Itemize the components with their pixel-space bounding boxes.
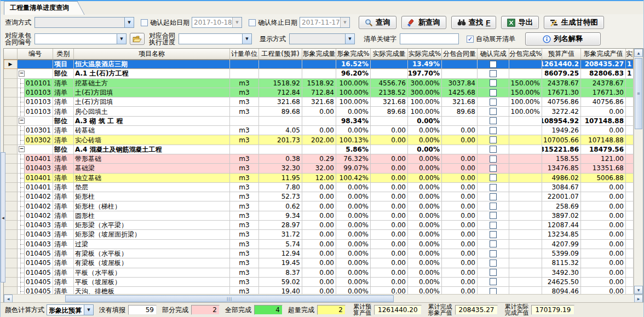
query-button[interactable]: 查询 — [359, 16, 396, 29]
new-query-button[interactable]: 新查询 — [401, 16, 446, 29]
grid-header-cell[interactable]: 形象完成产值 — [581, 49, 626, 60]
start-date-picker[interactable]: 2017-10-18 ▼ — [192, 17, 242, 28]
confirm-checkbox[interactable] — [490, 212, 497, 219]
table-row[interactable]: 010403清单过梁m35.740.000.00%0.000.00%0.0042… — [4, 240, 634, 249]
confirm-checkbox[interactable] — [490, 146, 497, 153]
grid-header-cell[interactable]: 分包完成% — [509, 49, 542, 60]
confirm-checkbox[interactable] — [490, 79, 497, 87]
table-row[interactable]: 010402清单矩形柱（梯柱）m30.620.000.00%0.000.00%0… — [4, 201, 634, 211]
table-row[interactable]: 010403清单基础梁m332.3032.0099.07%0.000.00%0.… — [4, 164, 634, 173]
table-row[interactable]: 010101清单挖基础土方m31518.921518.92100.00%4556… — [4, 79, 634, 88]
table-row[interactable]: 010103清单土(石)方回填m3321.68321.68100.00%321.… — [4, 97, 634, 107]
gantt-button[interactable]: 生成甘特图 — [544, 16, 604, 29]
export-button[interactable]: 导出 — [501, 16, 539, 29]
grid-header-cell[interactable]: 编号 — [18, 49, 53, 60]
table-row[interactable]: ▶项目恒大温泉酒店三期16.52%13.49%1261440.2208435.2… — [4, 60, 634, 69]
confirm-checkbox[interactable] — [490, 70, 497, 77]
collapse-icon[interactable]: − — [19, 118, 25, 124]
table-row[interactable]: 010103清单土(石)方回填m3712.84712.84100.00%2138… — [4, 88, 634, 97]
table-row[interactable]: −部位A.1 土(石)方工程96.20%197.70%86079.2582806… — [4, 69, 634, 78]
column-help-button[interactable]: 列名解释 — [525, 32, 601, 45]
table-row[interactable]: 010301清单砖基础m34.050.000.00%0.000.00%0.001… — [4, 126, 634, 135]
table-row[interactable]: 010401清单垫层m37.800.000.00%0.000.00%0.0030… — [4, 183, 634, 192]
chevron-down-icon[interactable]: ▼ — [242, 34, 251, 44]
chevron-down-icon[interactable]: ▼ — [345, 34, 354, 44]
grid-header-cell[interactable]: 类别 — [53, 49, 74, 60]
table-row[interactable]: 010401清单带形基础m30.380.2976.32%0.000.00%0.0… — [4, 154, 634, 164]
end-date-picker[interactable]: 2017-11-17 ▼ — [300, 17, 350, 28]
confirm-checkbox[interactable] — [490, 155, 497, 163]
confirm-checkbox[interactable] — [490, 193, 497, 200]
h-scroll-thumb[interactable]: ||| — [65, 295, 394, 302]
display-mode-select[interactable]: ▼ — [289, 33, 355, 44]
confirm-checkbox[interactable] — [490, 136, 497, 143]
scroll-up-button[interactable]: ▲ — [634, 49, 643, 57]
v-scroll-thumb[interactable]: ≡ — [635, 58, 642, 129]
grid-header-cell[interactable]: 分包合同量 — [442, 49, 478, 60]
table-row[interactable]: 010402清单矩形柱m352.730.000.00%0.000.00%0.00… — [4, 192, 634, 201]
contract-progress-select[interactable]: ▼ — [179, 33, 252, 44]
v-scrollbar[interactable]: ▲ ≡ ▼ — [634, 49, 643, 294]
grid-header-cell[interactable]: 确认完成 — [478, 49, 509, 60]
grid-header-cell[interactable]: 项目名称 — [74, 49, 230, 60]
confirm-checkbox[interactable] — [490, 240, 497, 247]
table-row[interactable]: −部位A.3 砌 筑 工 程98.34%0.00%108954.92107148… — [4, 117, 634, 126]
collapse-icon[interactable]: − — [19, 71, 25, 77]
chevron-down-icon[interactable]: ▼ — [124, 18, 134, 27]
grid-header-cell[interactable]: 工程量(预算) — [259, 49, 302, 60]
chevron-down-icon[interactable]: ▼ — [340, 18, 349, 27]
chevron-down-icon[interactable]: ▼ — [232, 18, 242, 27]
confirm-checkbox[interactable] — [490, 269, 497, 276]
table-row[interactable]: 010405清单天沟、排檐板m319.400.000.00%0.000.00%0… — [4, 287, 634, 294]
confirm-checkbox[interactable] — [490, 222, 497, 229]
table-row[interactable]: 010401清单独立基础m311.9512.00100.42%0.000.00%… — [4, 174, 634, 183]
confirm-checkbox[interactable] — [490, 127, 497, 134]
confirm-checkbox[interactable] — [490, 203, 497, 210]
grid-header-cell[interactable]: 实际完成量 — [371, 49, 408, 60]
grid-header-cell[interactable]: 实际完成% — [408, 49, 442, 60]
confirm-checkbox[interactable] — [490, 165, 497, 172]
table-row[interactable]: 010403清单矩形梁（水平梁）m328.970.000.00%0.000.00… — [4, 221, 634, 230]
confirm-checkbox[interactable] — [490, 288, 497, 294]
table-row[interactable]: 010302清单实心砖墙m3201.73202.00100.13%0.000.0… — [4, 135, 634, 145]
collapse-icon[interactable]: − — [19, 146, 25, 152]
scroll-left-button[interactable]: ◀ — [4, 295, 13, 303]
table-row[interactable]: −部位A.4 混凝土及钢筋混凝土工程5.86%0.00%315221.86184… — [4, 145, 634, 154]
confirm-checkbox[interactable] — [490, 231, 497, 238]
end-date-checkbox[interactable] — [249, 19, 256, 26]
table-row[interactable]: 010103清单房心回填土m389.680.000.00%89.68100.00… — [4, 107, 634, 116]
table-row[interactable]: 010405清单有梁板（坡屋板）m319.450.000.00%0.000.00… — [4, 258, 634, 268]
confirm-checkbox[interactable] — [490, 99, 497, 106]
tab-progress-query[interactable]: 工程量清单进度查询 — [4, 1, 74, 15]
contract-no-select[interactable]: ▼ — [34, 33, 127, 44]
keyword-input[interactable] — [400, 33, 459, 44]
grid-header-cell[interactable]: 实际完成产值 — [626, 49, 634, 60]
auto-expand-checkbox[interactable]: ✓ — [467, 36, 474, 43]
start-date-checkbox[interactable] — [141, 19, 148, 26]
table-row[interactable]: 010405清单平板（坡屋板）m359.020.000.00%0.000.00%… — [4, 278, 634, 287]
table-row[interactable]: 010403清单矩形梁（坡屋面折梁）m331.720.000.00%0.000.… — [4, 230, 634, 239]
grid-header-cell[interactable]: 形象完成% — [336, 49, 371, 60]
confirm-checkbox[interactable] — [490, 174, 497, 181]
splitter-collapse-button[interactable]: ◀ — [1, 152, 5, 283]
scroll-down-button[interactable]: ▼ — [634, 286, 643, 294]
table-row[interactable]: 010405清单有梁板（水平板）m312.940.000.00%0.000.00… — [4, 249, 634, 258]
confirm-checkbox[interactable] — [490, 89, 497, 96]
h-scrollbar[interactable]: ◀ ||| ▶ — [4, 294, 643, 303]
table-row[interactable]: 010405清单平板（水平板）m38.370.000.00%0.000.00%0… — [4, 268, 634, 278]
query-mode-select[interactable]: ▼ — [34, 17, 134, 28]
confirm-checkbox[interactable] — [490, 250, 497, 257]
confirm-checkbox[interactable] — [490, 61, 497, 68]
confirm-checkbox[interactable] — [490, 108, 497, 115]
chevron-down-icon[interactable]: ▼ — [117, 34, 126, 44]
confirm-checkbox[interactable] — [490, 260, 497, 267]
chevron-down-icon[interactable]: ▼ — [84, 305, 93, 315]
confirm-checkbox[interactable] — [490, 184, 497, 191]
color-mode-select[interactable]: 形象比预算 ▼ — [47, 304, 94, 315]
open-folder-button[interactable] — [130, 33, 145, 45]
grid-header-cell[interactable]: 形象完成量 — [302, 49, 336, 60]
grid-header-cell[interactable]: 计量单位 — [230, 49, 259, 60]
table-row[interactable]: 010402清单圆形柱m39.340.000.00%0.000.00%0.003… — [4, 211, 634, 221]
find-button[interactable]: 查找F — [451, 16, 497, 29]
grid-header-cell[interactable]: 预算产值 — [542, 49, 581, 60]
